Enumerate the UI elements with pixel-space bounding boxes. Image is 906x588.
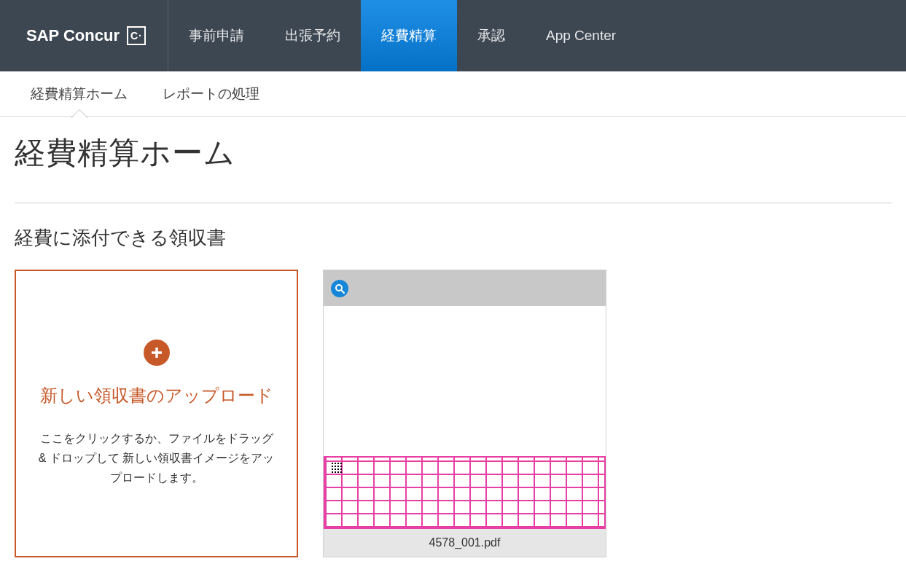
- nav-item-approval[interactable]: 承認: [457, 0, 526, 71]
- nav-item-app-center[interactable]: App Center: [526, 0, 636, 71]
- section-title: 経費に添付できる領収書: [15, 203, 891, 270]
- plus-icon: [144, 340, 170, 366]
- upload-card-title: 新しい領収書のアップロード: [40, 382, 273, 409]
- brand-name: SAP Concur: [26, 26, 120, 45]
- subnav-item-expense-home[interactable]: 経費精算ホーム: [31, 85, 128, 103]
- nav-item-expense[interactable]: 経費精算: [361, 0, 457, 71]
- upload-receipt-card[interactable]: 新しい領収書のアップロード ここをクリックするか、ファイルをドラッグ & ドロッ…: [15, 270, 298, 557]
- receipt-thumbnail-card[interactable]: 4578_001.pdf: [323, 270, 606, 557]
- zoom-icon[interactable]: [331, 280, 348, 297]
- svg-line-3: [341, 290, 344, 293]
- nav-item-travel[interactable]: 出張予約: [265, 0, 361, 71]
- sub-nav: 経費精算ホーム レポートの処理: [0, 71, 906, 117]
- svg-rect-1: [152, 351, 162, 353]
- top-nav: SAP Concur C· 事前申請 出張予約 経費精算 承認 App Cent…: [0, 0, 906, 71]
- brand[interactable]: SAP Concur C·: [0, 0, 168, 71]
- receipt-card-header: [324, 270, 606, 306]
- receipt-document-image: [324, 456, 606, 529]
- receipt-cards-row: 新しい領収書のアップロード ここをクリックするか、ファイルをドラッグ & ドロッ…: [15, 270, 891, 557]
- page-content: 経費精算ホーム 経費に添付できる領収書 新しい領収書のアップロード ここをクリッ…: [0, 117, 906, 579]
- receipt-preview: [324, 306, 606, 529]
- receipt-filename: 4578_001.pdf: [324, 529, 606, 557]
- upload-card-description: ここをクリックするか、ファイルをドラッグ & ドロップして 新しい領収書イメージ…: [35, 428, 278, 488]
- nav-item-request[interactable]: 事前申請: [168, 0, 265, 71]
- brand-logo-icon: C·: [127, 26, 146, 45]
- subnav-item-report-processing[interactable]: レポートの処理: [163, 85, 259, 103]
- page-title: 経費精算ホーム: [15, 124, 891, 203]
- top-nav-items: 事前申請 出張予約 経費精算 承認 App Center: [168, 0, 636, 71]
